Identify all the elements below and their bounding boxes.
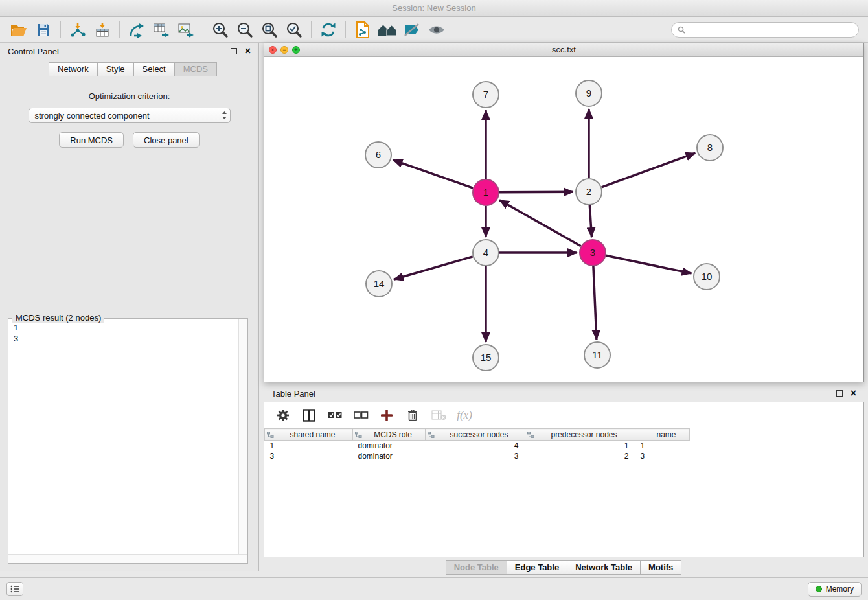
column-header-MCDS-role[interactable]: MCDS role — [353, 429, 426, 441]
column-header-predecessor-nodes[interactable]: predecessor nodes — [525, 429, 635, 441]
zoom-in-icon — [211, 21, 229, 38]
graph-node-7[interactable]: 7 — [473, 82, 499, 108]
tab-motifs[interactable]: Motifs — [640, 560, 681, 575]
memory-label: Memory — [826, 584, 854, 594]
select-all-rows-button[interactable] — [325, 406, 345, 424]
task-history-button[interactable] — [6, 582, 23, 596]
graph-edge-1-6[interactable] — [393, 160, 474, 188]
graph-canvas[interactable]: 7968124314101511 — [264, 57, 863, 382]
memory-button[interactable]: Memory — [808, 582, 862, 597]
close-window-icon[interactable]: × — [269, 46, 277, 54]
table-settings-button[interactable] — [273, 406, 293, 424]
new-network-button[interactable] — [124, 19, 149, 40]
graph-edge-4-14[interactable] — [394, 257, 473, 279]
result-vertical-scrollbar[interactable] — [238, 319, 247, 554]
split-columns-button[interactable] — [299, 406, 319, 424]
export-table-button[interactable] — [149, 19, 174, 40]
zoom-in-button[interactable] — [208, 19, 233, 40]
graph-node-8[interactable]: 8 — [697, 135, 723, 161]
zoom-fit-button[interactable] — [257, 19, 282, 40]
node-table: shared nameMCDS rolesuccessor nodesprede… — [264, 428, 690, 461]
result-line: 1 — [14, 322, 242, 333]
tab-select[interactable]: Select — [133, 62, 175, 76]
tab-mcds[interactable]: MCDS — [174, 62, 217, 76]
column-header-shared-name[interactable]: shared name — [265, 429, 353, 441]
table-panel: Table Panel × — [264, 386, 864, 575]
import-network-button[interactable] — [65, 19, 90, 40]
tab-network-table[interactable]: Network Table — [567, 560, 641, 575]
network-canvas[interactable]: 7968124314101511 — [264, 57, 863, 382]
toolbar-separator — [119, 21, 120, 38]
show-hide-button[interactable] — [424, 19, 449, 40]
search-icon — [678, 26, 685, 34]
export-image-button[interactable] — [174, 19, 198, 40]
table-panel-title: Table Panel — [271, 389, 315, 398]
home-button[interactable] — [375, 19, 400, 40]
delete-column-button-disabled — [429, 406, 448, 424]
delete-row-button[interactable] — [403, 406, 422, 424]
float-panel-icon[interactable] — [231, 48, 237, 54]
control-panel-tabs: Network Style Select MCDS — [0, 62, 258, 76]
annotations-button[interactable] — [400, 19, 424, 40]
graph-edge-3-1[interactable] — [499, 200, 581, 246]
plus-icon — [381, 410, 393, 421]
column-header-name[interactable]: name — [635, 429, 690, 441]
import-table-button[interactable] — [90, 19, 115, 40]
run-mcds-button[interactable]: Run MCDS — [59, 132, 124, 148]
network-window-titlebar[interactable]: × − + scc.txt — [264, 43, 863, 57]
import-network-icon — [69, 22, 86, 38]
export-network-button[interactable] — [350, 19, 375, 40]
column-header-successor-nodes[interactable]: successor nodes — [426, 429, 525, 441]
result-line: 3 — [14, 333, 242, 344]
table-body: 1dominator4113dominator323 — [265, 441, 690, 461]
zoom-selected-button[interactable] — [282, 19, 306, 40]
minimize-window-icon[interactable]: − — [280, 46, 288, 54]
svg-text:1: 1 — [483, 187, 488, 198]
tab-edge-table[interactable]: Edge Table — [507, 560, 567, 575]
graph-node-6[interactable]: 6 — [365, 142, 391, 168]
graph-node-15[interactable]: 15 — [473, 345, 499, 371]
table-toolbar: f(x) — [264, 402, 863, 428]
graph-node-3[interactable]: 3 — [580, 240, 606, 266]
add-row-button[interactable] — [377, 406, 396, 424]
open-session-button[interactable] — [6, 19, 31, 40]
graph-node-14[interactable]: 14 — [366, 271, 392, 297]
graph-edge-3-10[interactable] — [606, 255, 692, 273]
gear-icon — [277, 409, 290, 422]
zoom-out-button[interactable] — [233, 19, 257, 40]
criterion-dropdown[interactable]: strongly connected component — [29, 108, 231, 123]
tab-network[interactable]: Network — [49, 62, 98, 76]
close-panel-button[interactable]: Close panel — [133, 132, 200, 148]
home-icon — [377, 23, 398, 37]
close-table-panel-icon[interactable]: × — [851, 390, 856, 397]
graph-edge-1-2[interactable] — [499, 192, 573, 192]
split-columns-icon — [303, 409, 315, 422]
search-box[interactable] — [671, 22, 859, 38]
graph-node-11[interactable]: 11 — [584, 342, 610, 368]
graph-node-2[interactable]: 2 — [576, 179, 602, 205]
svg-text:15: 15 — [481, 352, 492, 363]
close-panel-icon[interactable]: × — [245, 48, 251, 54]
graph-node-9[interactable]: 9 — [576, 80, 602, 106]
table-tabs: Node Table Edge Table Network Table Moti… — [264, 560, 864, 575]
graph-edge-2-3[interactable] — [589, 205, 591, 237]
graph-node-10[interactable]: 10 — [694, 264, 720, 290]
dropdown-arrows-icon — [222, 111, 227, 120]
table-row[interactable]: 1dominator411 — [265, 441, 690, 451]
tab-node-table[interactable]: Node Table — [446, 560, 507, 575]
memory-status-dot — [816, 586, 822, 592]
maximize-window-icon[interactable]: + — [292, 46, 300, 54]
graph-node-1[interactable]: 1 — [473, 179, 499, 205]
save-session-button[interactable] — [31, 19, 56, 40]
zoom-out-icon — [236, 21, 254, 38]
function-builder-button-disabled: f(x) — [455, 406, 474, 424]
graph-edge-3-11[interactable] — [593, 266, 597, 340]
graph-node-4[interactable]: 4 — [473, 240, 499, 266]
graph-edge-2-8[interactable] — [602, 153, 696, 187]
apply-layout-button[interactable] — [316, 19, 341, 40]
tab-style[interactable]: Style — [97, 62, 134, 76]
float-table-panel-icon[interactable] — [836, 390, 843, 397]
deselect-all-rows-button[interactable] — [351, 406, 371, 424]
result-horizontal-scrollbar[interactable] — [8, 554, 247, 563]
table-row[interactable]: 3dominator323 — [265, 451, 690, 461]
